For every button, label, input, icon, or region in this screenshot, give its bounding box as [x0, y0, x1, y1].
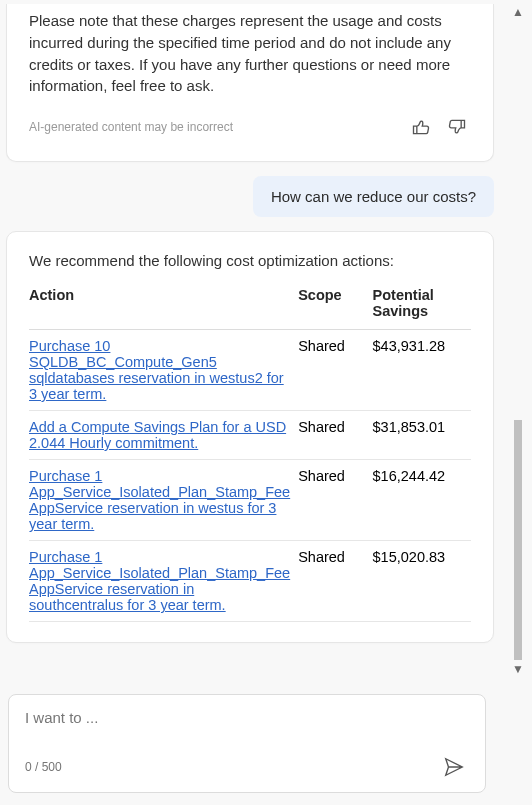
- scroll-up-button[interactable]: ▲: [506, 0, 530, 24]
- ai-disclaimer: AI-generated content may be incorrect: [29, 120, 233, 134]
- composer-footer: 0 / 500: [25, 752, 469, 782]
- scope-cell: Shared: [298, 541, 372, 622]
- scroll-down-button[interactable]: ▼: [506, 657, 530, 681]
- savings-cell: $31,853.01: [373, 411, 471, 460]
- scrollbar[interactable]: ▲ ▼: [506, 0, 530, 805]
- scroll-thumb[interactable]: [514, 420, 522, 660]
- assistant-note-text: Please note that these charges represent…: [29, 10, 471, 97]
- send-icon: [443, 756, 465, 778]
- chat-panel: Please note that these charges represent…: [0, 0, 500, 805]
- scope-cell: Shared: [298, 411, 372, 460]
- savings-cell: $16,244.42: [373, 460, 471, 541]
- message-composer[interactable]: I want to ... 0 / 500: [8, 694, 486, 793]
- recommendations-card: We recommend the following cost optimiza…: [6, 231, 494, 643]
- col-header-scope: Scope: [298, 283, 372, 330]
- scope-cell: Shared: [298, 460, 372, 541]
- recommendations-intro: We recommend the following cost optimiza…: [29, 252, 471, 269]
- user-message-text: How can we reduce our costs?: [271, 188, 476, 205]
- thumbs-up-icon: [411, 117, 431, 137]
- assistant-message-card: Please note that these charges represent…: [6, 4, 494, 162]
- feedback-buttons: [407, 113, 471, 141]
- user-message-bubble: How can we reduce our costs?: [253, 176, 494, 217]
- user-message-row: How can we reduce our costs?: [6, 176, 494, 217]
- table-row: Add a Compute Savings Plan for a USD 2.0…: [29, 411, 471, 460]
- table-row: Purchase 1 App_Service_Isolated_Plan_Sta…: [29, 460, 471, 541]
- action-link[interactable]: Purchase 1 App_Service_Isolated_Plan_Sta…: [29, 468, 290, 532]
- chevron-down-icon: ▼: [512, 662, 524, 676]
- action-link[interactable]: Purchase 1 App_Service_Isolated_Plan_Sta…: [29, 549, 290, 613]
- col-header-savings: Potential Savings: [373, 283, 471, 330]
- char-count: 0 / 500: [25, 760, 62, 774]
- recommendations-table: Action Scope Potential Savings Purchase …: [29, 283, 471, 622]
- thumbs-down-button[interactable]: [443, 113, 471, 141]
- col-header-action: Action: [29, 283, 298, 330]
- scope-cell: Shared: [298, 330, 372, 411]
- disclaimer-row: AI-generated content may be incorrect: [29, 113, 471, 141]
- composer-placeholder: I want to ...: [25, 709, 469, 726]
- chevron-up-icon: ▲: [512, 5, 524, 19]
- thumbs-up-button[interactable]: [407, 113, 435, 141]
- savings-cell: $15,020.83: [373, 541, 471, 622]
- action-link[interactable]: Add a Compute Savings Plan for a USD 2.0…: [29, 419, 286, 451]
- savings-cell: $43,931.28: [373, 330, 471, 411]
- table-row: Purchase 10 SQLDB_BC_Compute_Gen5 sqldat…: [29, 330, 471, 411]
- table-row: Purchase 1 App_Service_Isolated_Plan_Sta…: [29, 541, 471, 622]
- action-link[interactable]: Purchase 10 SQLDB_BC_Compute_Gen5 sqldat…: [29, 338, 284, 402]
- send-button[interactable]: [439, 752, 469, 782]
- thumbs-down-icon: [447, 117, 467, 137]
